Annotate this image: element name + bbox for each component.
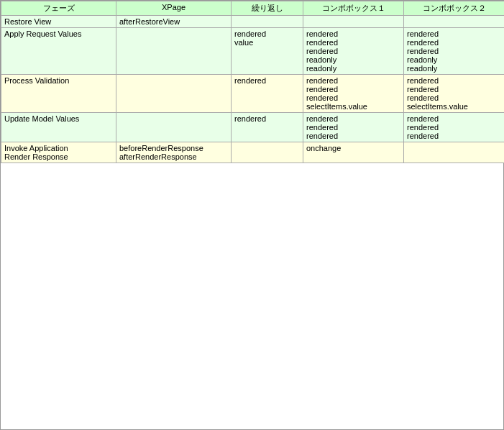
row-apply-request-xpage — [116, 28, 232, 75]
header-repeat: 繰り返し — [232, 1, 303, 16]
header-xpage: XPage — [116, 1, 232, 16]
row-restore-view-phase: Restore View — [1, 16, 116, 28]
header-combo2: コンボボックス２ — [404, 1, 505, 16]
main-container: フェーズ XPage 繰り返し コンボボックス１ コンボボックス２ Restor… — [0, 0, 504, 430]
header-phase: フェーズ — [1, 1, 116, 16]
row-invoke-render-combo2 — [404, 142, 505, 163]
row-restore-view-combo1 — [303, 16, 404, 28]
row-process-validation-combo1: rendered rendered rendered selectItems.v… — [303, 75, 404, 113]
row-invoke-render-xpage: beforeRenderResponse afterRenderResponse — [116, 142, 232, 163]
row-invoke-render-repeat — [232, 142, 303, 163]
row-update-model-combo1: rendered rendered rendered — [303, 113, 404, 142]
row-restore-view-repeat — [232, 16, 303, 28]
row-restore-view-xpage: afterRestoreView — [116, 16, 232, 28]
row-restore-view-combo2 — [404, 16, 505, 28]
header-combo1: コンボボックス１ — [303, 1, 404, 16]
row-invoke-render-phase: Invoke Application Render Response — [1, 142, 116, 163]
row-process-validation-phase: Process Validation — [1, 75, 116, 113]
row-process-validation-xpage — [116, 75, 232, 113]
row-apply-request-combo1: rendered rendered rendered readonly read… — [303, 28, 404, 75]
row-apply-request-combo2: rendered rendered rendered readonly read… — [404, 28, 505, 75]
row-update-model-phase: Update Model Values — [1, 113, 116, 142]
row-invoke-render-combo1: onchange — [303, 142, 404, 163]
row-update-model-repeat: rendered — [232, 113, 303, 142]
row-apply-request-repeat: rendered value — [232, 28, 303, 75]
row-process-validation-combo2: rendered rendered rendered selectItems.v… — [404, 75, 505, 113]
row-update-model-xpage — [116, 113, 232, 142]
row-apply-request-phase: Apply Request Values — [1, 28, 116, 75]
row-update-model-combo2: rendered rendered rendered — [404, 113, 505, 142]
row-process-validation-repeat: rendered — [232, 75, 303, 113]
